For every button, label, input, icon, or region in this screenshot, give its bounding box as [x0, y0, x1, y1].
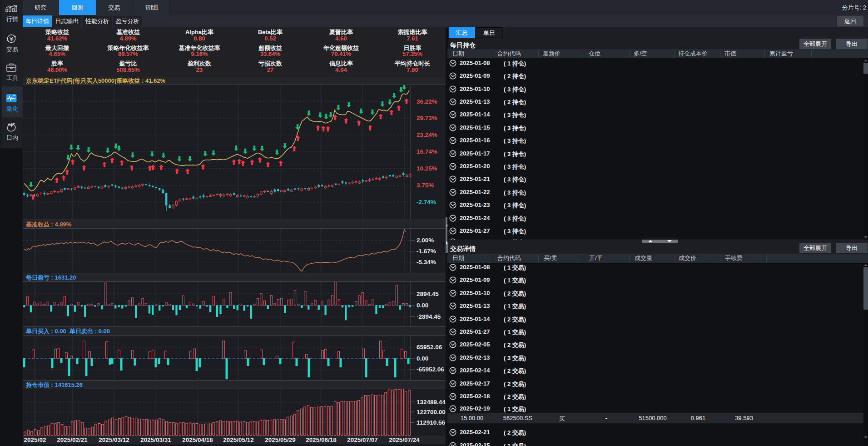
- svg-text:65952.06: 65952.06: [417, 344, 442, 351]
- svg-text:-2.74%: -2.74%: [417, 199, 436, 205]
- svg-text:-1.67%: -1.67%: [417, 248, 436, 255]
- svg-text:122700.00: 122700.00: [417, 409, 446, 416]
- svg-text:0.00: 0.00: [417, 355, 428, 362]
- svg-text:3.75%: 3.75%: [417, 182, 434, 189]
- svg-text:23.24%: 23.24%: [417, 131, 437, 138]
- svg-text:0.00: 0.00: [417, 302, 428, 309]
- svg-text:2.00%: 2.00%: [417, 237, 434, 244]
- svg-text:16.74%: 16.74%: [417, 148, 437, 155]
- svg-text:10.25%: 10.25%: [417, 165, 437, 172]
- svg-text:29.73%: 29.73%: [417, 115, 437, 121]
- svg-text:-2894.45: -2894.45: [417, 313, 441, 320]
- svg-text:-5.34%: -5.34%: [417, 259, 436, 266]
- svg-text:36.22%: 36.22%: [417, 98, 437, 105]
- svg-text:2894.45: 2894.45: [417, 291, 439, 297]
- svg-text:132489.44: 132489.44: [417, 399, 446, 406]
- svg-text:112910.56: 112910.56: [417, 419, 446, 426]
- svg-text:-65952.06: -65952.06: [417, 366, 444, 373]
